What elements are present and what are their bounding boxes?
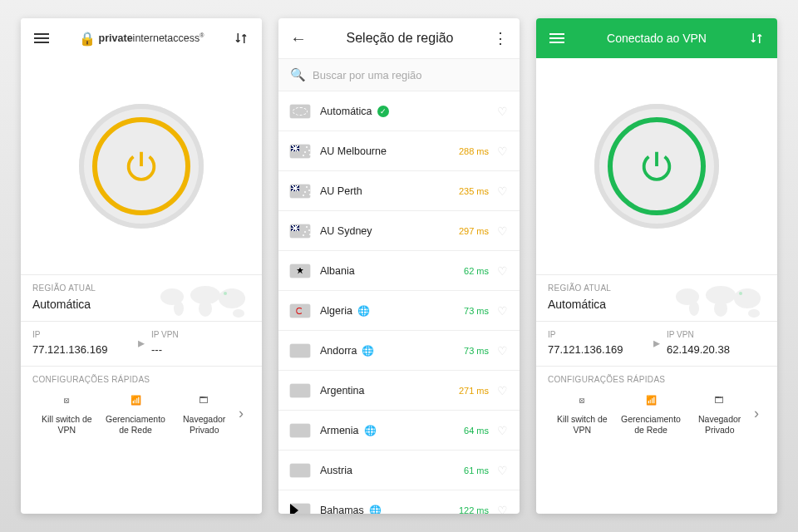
flag-icon (290, 105, 310, 118)
region-row[interactable]: Andorra🌐73 ms♡ (278, 331, 520, 371)
sort-icon[interactable] (747, 31, 766, 46)
heart-icon[interactable]: ♡ (497, 384, 508, 397)
world-map-icon (154, 282, 254, 322)
ping-value: 235 ms (459, 186, 489, 196)
brand-logo: 🔒 privateinternetaccess® (79, 31, 204, 47)
brand-bold: private (99, 32, 133, 44)
ipvpn-label: IP VPN (667, 330, 766, 339)
ipvpn-value: --- (151, 343, 250, 356)
quick-network[interactable]: 📶 Gerenciamento de Rede (101, 391, 170, 436)
heart-icon[interactable]: ♡ (497, 504, 508, 515)
search-input[interactable] (313, 69, 508, 81)
page-title: Seleção de região (347, 31, 454, 46)
region-name: Austria (320, 465, 464, 476)
ip-block: IP 77.121.136.169 ▸ IP VPN 62.149.20.38 (536, 321, 777, 366)
topbar: Conectado ao VPN (536, 18, 777, 58)
svg-point-6 (224, 292, 227, 295)
power-button[interactable] (594, 104, 719, 229)
sort-icon[interactable] (232, 31, 250, 46)
region-name: Andorra🌐 (320, 345, 464, 357)
quick-killswitch[interactable]: ⦻ Kill switch de VPN (32, 391, 101, 436)
quick-label: CONFIGURAÇÕES RÁPIDAS (548, 375, 766, 384)
flag-icon (290, 145, 310, 158)
svg-point-13 (739, 292, 742, 295)
region-row[interactable]: AU Melbourne288 ms♡ (278, 131, 520, 171)
screen-connected: Conectado ao VPN REGIÃO ATUAL Automática (536, 18, 777, 514)
topbar: 🔒 privateinternetaccess® (21, 18, 262, 58)
ip-value: 77.121.136.169 (32, 343, 131, 356)
more-icon[interactable]: ⋮ (493, 29, 508, 47)
arrow-icon: ▸ (647, 335, 667, 351)
ping-value: 73 ms (464, 306, 489, 316)
region-block[interactable]: REGIÃO ATUAL Automática (21, 274, 262, 321)
heart-icon[interactable]: ♡ (497, 344, 508, 357)
killswitch-icon: ⦻ (551, 391, 613, 411)
quick-browser[interactable]: 🗔 Navegador Privado (170, 391, 239, 436)
svg-point-5 (233, 309, 244, 318)
heart-icon[interactable]: ♡ (497, 304, 508, 318)
ip-col: IP 77.121.136.169 (32, 330, 131, 356)
power-icon (638, 147, 676, 185)
heart-icon[interactable]: ♡ (497, 224, 508, 238)
heart-icon[interactable]: ♡ (497, 105, 508, 118)
topbar-title: Conectado ao VPN (607, 32, 707, 45)
quick-killswitch[interactable]: ⦻ Kill switch de VPN (548, 391, 617, 436)
power-button[interactable] (79, 104, 204, 229)
heart-icon[interactable]: ♡ (497, 424, 508, 437)
region-row[interactable]: AU Perth235 ms♡ (278, 171, 520, 211)
robot-icon: 🔒 (79, 31, 96, 47)
flag-icon (290, 504, 310, 515)
heart-icon[interactable]: ♡ (497, 145, 508, 158)
search-icon: 🔍 (290, 67, 306, 82)
search-row[interactable]: 🔍 (278, 58, 520, 91)
power-icon (122, 147, 160, 185)
menu-icon[interactable] (32, 31, 51, 46)
quick-browser[interactable]: 🗔 Navegador Privado (685, 391, 754, 436)
heart-icon[interactable]: ♡ (497, 464, 508, 477)
back-icon[interactable]: ← (290, 29, 307, 48)
topbar: ← Seleção de região ⋮ (278, 18, 520, 58)
quick-label: CONFIGURAÇÕES RÁPIDAS (32, 375, 250, 384)
region-row[interactable]: Armenia🌐64 ms♡ (278, 411, 520, 451)
heart-icon[interactable]: ♡ (497, 264, 508, 278)
network-icon: 📶 (620, 391, 682, 411)
globe-icon: 🌐 (357, 305, 370, 317)
region-row[interactable]: Albania62 ms♡ (278, 251, 520, 291)
ping-value: 297 ms (459, 226, 489, 236)
ping-value: 122 ms (459, 505, 489, 515)
world-map-icon (669, 282, 769, 322)
menu-icon[interactable] (548, 31, 566, 46)
ipvpn-label: IP VPN (151, 330, 250, 339)
svg-point-11 (734, 288, 761, 308)
ping-value: 73 ms (464, 346, 489, 356)
quick-settings: CONFIGURAÇÕES RÁPIDAS ⦻ Kill switch de V… (21, 366, 262, 446)
region-row[interactable]: Argentina271 ms♡ (278, 371, 520, 411)
ip-block: IP 77.121.136.169 ▸ IP VPN --- (21, 321, 262, 366)
region-name: Albania (320, 265, 464, 277)
region-block[interactable]: REGIÃO ATUAL Automática (536, 274, 777, 321)
region-row[interactable]: Bahamas🌐122 ms♡ (278, 490, 520, 514)
heart-icon[interactable]: ♡ (497, 185, 508, 198)
region-row[interactable]: AU Sydney297 ms♡ (278, 211, 520, 251)
region-row[interactable]: Austria61 ms♡ (278, 451, 520, 490)
region-name: Argentina (320, 385, 459, 397)
region-name: AU Perth (320, 185, 459, 197)
region-name: Bahamas🌐 (320, 505, 459, 515)
ip-label: IP (548, 330, 647, 339)
killswitch-icon: ⦻ (36, 391, 98, 411)
flag-icon (290, 464, 310, 477)
chevron-right-icon[interactable]: › (239, 405, 250, 422)
ping-value: 288 ms (459, 146, 489, 156)
quick-network[interactable]: 📶 Gerenciamento de Rede (617, 391, 686, 436)
region-row[interactable]: Algeria🌐73 ms♡ (278, 291, 520, 331)
region-row[interactable]: Automática✓♡ (278, 91, 520, 131)
flag-icon (290, 264, 310, 278)
globe-icon: 🌐 (362, 345, 374, 357)
screen-disconnected: 🔒 privateinternetaccess® REGIÃO ATUAL Au… (21, 18, 262, 514)
network-icon: 📶 (105, 391, 167, 411)
region-name: AU Melbourne (320, 145, 459, 157)
power-area (536, 58, 777, 274)
brand-light: internetaccess (133, 32, 200, 44)
svg-point-8 (689, 301, 699, 316)
chevron-right-icon[interactable]: › (754, 405, 766, 422)
